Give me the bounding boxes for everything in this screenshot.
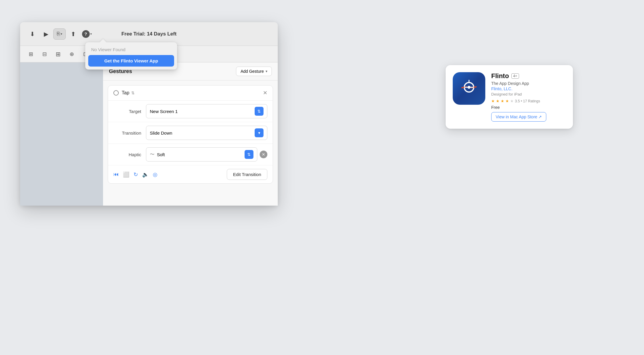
rotate-icon[interactable]: ↻ <box>134 171 138 178</box>
edit-transition-button[interactable]: Edit Transition <box>227 169 267 180</box>
star-empty: ★ <box>510 99 514 103</box>
no-viewer-text: No Viewer Found <box>88 45 174 55</box>
stars-row: ★ ★ ★ ★ ★ 3.5 • 17 Ratings <box>491 99 566 103</box>
add-gesture-button[interactable]: Add Gesture ▾ <box>236 67 272 76</box>
app-name: Flinto <box>491 72 509 80</box>
stepper-icon: ⇅ <box>257 109 261 114</box>
get-viewer-button[interactable]: Get the Flinto Viewer App <box>88 55 174 67</box>
chevron-down-icon: ▾ <box>258 130 260 135</box>
app-subtitle: The App Design App <box>491 81 566 86</box>
star-3: ★ <box>501 99 504 103</box>
star-half: ★ <box>505 99 509 103</box>
gesture-close-button[interactable]: ✕ <box>263 90 267 96</box>
rating-text: 3.5 • 17 Ratings <box>515 99 540 103</box>
app-price: Free <box>491 105 566 110</box>
rewind-icon[interactable]: ⏮ <box>113 171 119 178</box>
left-panel <box>20 62 103 206</box>
align-icon-1: ⊟ <box>42 51 47 57</box>
haptic-value: Soft <box>157 152 165 157</box>
align-btn-2[interactable]: ⊟ <box>38 49 50 59</box>
align-btn-3[interactable]: ⊞ <box>52 49 64 59</box>
stepper-icon: ⇅ <box>247 152 251 157</box>
view-store-button[interactable]: View in Mac App Store ↗ <box>491 112 546 122</box>
align-btn-1[interactable]: ⊞ <box>25 49 37 59</box>
screen-icon[interactable]: ⬜ <box>123 171 129 178</box>
haptic-row: Haptic 〜 Soft ⇅ ✕ <box>108 144 273 165</box>
transition-row: Transition Slide Down ▾ <box>108 122 273 144</box>
target-control: New Screen 1 ⇅ <box>146 104 267 118</box>
viewer-dropdown: No Viewer Found Get the Flinto Viewer Ap… <box>85 42 177 70</box>
target-circle-icon[interactable]: ◎ <box>153 171 158 178</box>
play-button[interactable]: ▶ <box>40 28 52 40</box>
import-device-button[interactable]: ⎘ ▾ <box>53 28 66 40</box>
appstore-card: Flinto 4+ The App Design App Flinto, LLC… <box>446 65 573 129</box>
app-icon <box>453 72 485 105</box>
align-icon-3: ⊕ <box>70 51 74 57</box>
sound-icon[interactable]: 🔈 <box>142 171 149 178</box>
haptic-stepper[interactable]: ⇅ <box>245 150 253 159</box>
download-icon: ⬇ <box>30 30 35 38</box>
gesture-type: Tap ⇅ <box>122 90 135 96</box>
haptic-label: Haptic <box>113 152 146 157</box>
right-panel: Gestures Add Gesture ▾ Tap ⇅ ✕ <box>103 62 278 206</box>
target-label: Target <box>113 109 146 114</box>
import-icon: ⎘ <box>57 31 60 37</box>
star-2: ★ <box>496 99 500 103</box>
target-value: New Screen 1 <box>150 109 178 114</box>
align-icon-2: ⊞ <box>56 51 61 58</box>
transition-value: Slide Down <box>150 130 172 135</box>
haptic-value-container: 〜 Soft <box>150 151 245 158</box>
add-gesture-label: Add Gesture <box>240 69 264 74</box>
age-badge: 4+ <box>511 73 519 79</box>
haptic-wave-icon: 〜 <box>150 151 155 158</box>
trial-title: Free Trial: 14 Days Left <box>121 31 176 37</box>
transition-dropdown[interactable]: ▾ <box>255 128 264 137</box>
stepper-arrows-icon: ⇅ <box>131 91 135 95</box>
align-btn-4[interactable]: ⊕ <box>66 49 78 59</box>
app-window: ⬇ ▶ ⎘ ▾ ⬆ ? ▾ Free Trial: 14 Days Left N… <box>20 22 278 206</box>
clear-icon: ✕ <box>262 152 265 157</box>
play-icon: ▶ <box>44 30 48 38</box>
target-row: Target New Screen 1 ⇅ <box>108 101 273 122</box>
download-button[interactable]: ⬇ <box>26 28 38 40</box>
help-icon: ? <box>82 30 90 38</box>
chevron-down-icon: ▾ <box>266 69 267 73</box>
target-stepper[interactable]: ⇅ <box>255 107 264 116</box>
add-icon: ⊞ <box>29 51 33 57</box>
star-1: ★ <box>491 99 495 103</box>
app-name-row: Flinto 4+ <box>491 72 566 80</box>
gesture-card-header: Tap ⇅ ✕ <box>108 85 273 101</box>
app-info: Flinto 4+ The App Design App Flinto, LLC… <box>491 72 566 122</box>
share-icon: ⬆ <box>71 30 76 38</box>
card-footer: ⏮ ⬜ ↻ 🔈 ◎ Edit Transition <box>108 165 273 183</box>
haptic-control: 〜 Soft ⇅ <box>146 147 257 162</box>
help-button[interactable]: ? ▾ <box>81 28 93 40</box>
transition-label: Transition <box>113 130 146 135</box>
gesture-card: Tap ⇅ ✕ Target New Screen 1 ⇅ <box>108 85 273 184</box>
haptic-clear-button[interactable]: ✕ <box>260 151 267 158</box>
transition-control: Slide Down ▾ <box>146 126 267 140</box>
main-content: Gestures Add Gesture ▾ Tap ⇅ ✕ <box>20 62 278 206</box>
app-device: Designed for iPad <box>491 92 566 96</box>
app-developer: Flinto, LLC. <box>491 86 566 91</box>
share-button[interactable]: ⬆ <box>67 28 79 40</box>
gesture-radio[interactable] <box>113 90 119 96</box>
